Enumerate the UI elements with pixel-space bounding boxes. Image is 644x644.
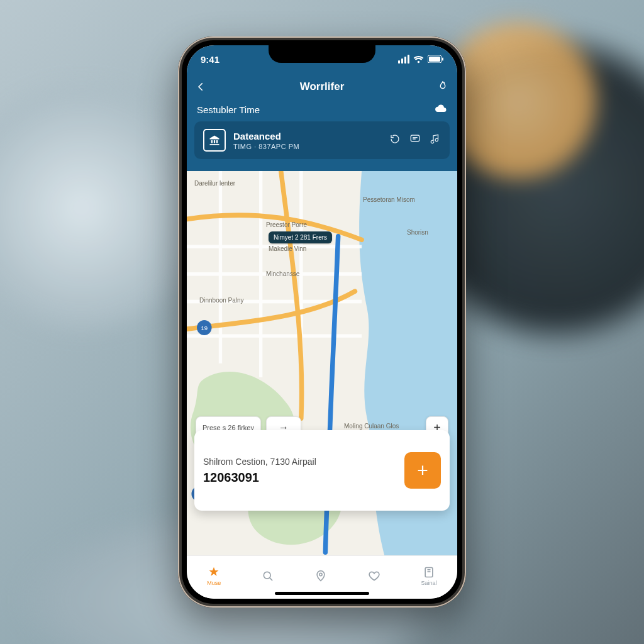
map-label: Shorisn: [407, 229, 428, 236]
svg-rect-1: [429, 57, 440, 62]
refresh-icon[interactable]: [389, 133, 401, 147]
destination-card[interactable]: Shilrom Cestion, 7130 Airpail 12063091 +: [194, 430, 450, 511]
home-indicator[interactable]: [275, 592, 369, 595]
destination-number: 12063091: [203, 470, 397, 485]
flame-icon[interactable]: [437, 80, 448, 94]
header-subtitle: Sestubler Time: [197, 104, 260, 115]
map-label: Darelilur lenter: [194, 180, 235, 187]
tab-label: Muse: [207, 580, 221, 586]
wifi-icon: [413, 55, 424, 64]
music-note-icon[interactable]: [430, 133, 441, 147]
tab-profile[interactable]: Sainal: [421, 566, 437, 586]
tab-favorites[interactable]: [368, 570, 380, 582]
cloud-icon[interactable]: [435, 104, 447, 115]
battery-icon: [428, 55, 443, 63]
map-label: Moling Culaan Glos: [344, 423, 399, 430]
tab-navigate[interactable]: [314, 570, 327, 582]
map-label: Makedie Vinn: [269, 245, 306, 252]
destination-title: Shilrom Cestion, 7130 Airpail: [203, 457, 397, 467]
add-destination-button[interactable]: +: [404, 452, 441, 489]
map-view[interactable]: 19 87 Darelilur lenter Preestor Porre Ma…: [187, 171, 457, 558]
status-time: 9:41: [201, 54, 219, 65]
chat-icon[interactable]: [409, 133, 421, 147]
info-card-title: Dateanced: [233, 131, 382, 142]
destination-info-card[interactable]: Dateanced TIMG · 837APC Pm: [194, 121, 450, 159]
map-label: Dinnboon Palny: [199, 297, 244, 304]
map-label: Minchansse: [266, 270, 299, 277]
svg-point-15: [319, 573, 322, 575]
map-label: Preestor Porre: [266, 221, 307, 228]
svg-text:19: 19: [201, 325, 208, 331]
info-card-subtitle: TIMG · 837APC Pm: [233, 143, 382, 150]
svg-rect-2: [442, 58, 443, 61]
map-label: Pessetoran Misom: [363, 196, 415, 203]
cellular-icon: [398, 55, 409, 64]
map-info-badge[interactable]: Nimyet 2 281 Frers: [269, 231, 332, 243]
status-icons: [398, 55, 443, 64]
tab-home[interactable]: Muse: [207, 566, 221, 586]
bank-icon: [203, 129, 226, 152]
tab-search[interactable]: [262, 570, 274, 582]
svg-rect-3: [411, 135, 419, 142]
tab-label: Sainal: [421, 580, 437, 586]
page-title: Worrlifer: [187, 80, 457, 93]
